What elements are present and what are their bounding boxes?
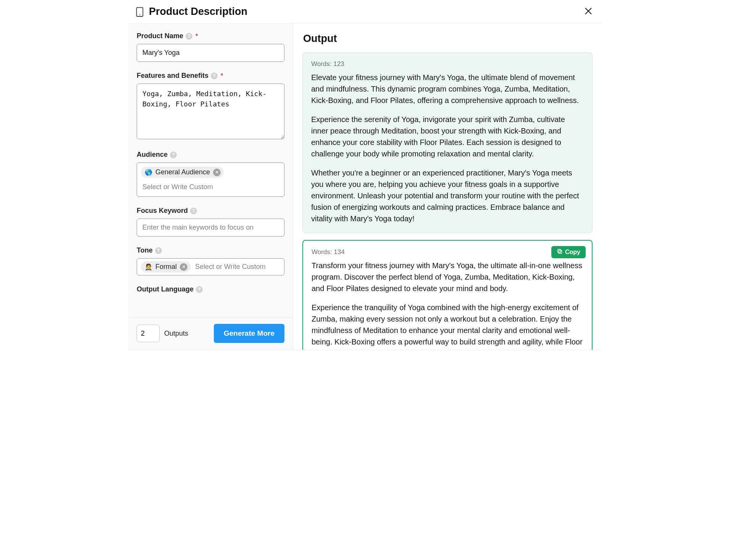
help-icon[interactable]: ?: [170, 151, 177, 158]
features-label: Features and Benefits ? *: [137, 72, 284, 80]
label-text: Focus Keyword: [137, 207, 188, 215]
tone-text-input[interactable]: [194, 261, 284, 272]
page-title: Product Description: [149, 6, 247, 18]
audience-chip: 🌎 General Audience ✕: [141, 167, 224, 178]
help-icon[interactable]: ?: [196, 286, 203, 293]
audience-input[interactable]: 🌎 General Audience ✕: [137, 163, 284, 197]
svg-rect-5: [558, 249, 561, 253]
output-paragraph: Experience the tranquility of Yoga combi…: [312, 302, 583, 350]
help-icon[interactable]: ?: [186, 33, 192, 40]
output-paragraph: Experience the serenity of Yoga, invigor…: [311, 114, 584, 159]
word-count: Words: 134: [312, 248, 583, 256]
features-textarea[interactable]: Yoga, Zumba, Meditation, Kick-Boxing, Fl…: [137, 84, 284, 139]
required-indicator: *: [221, 72, 223, 79]
audience-group: Audience ? 🌎 General Audience ✕: [137, 151, 284, 197]
output-title: Output: [303, 33, 593, 45]
output-language-label: Output Language ?: [137, 285, 284, 293]
person-icon: 🤵: [145, 263, 152, 270]
tone-group: Tone ? 🤵 Formal ✕: [137, 246, 284, 275]
help-icon[interactable]: ?: [155, 247, 162, 254]
focus-keyword-group: Focus Keyword ?: [137, 207, 284, 237]
close-icon: ✕: [215, 169, 219, 175]
topbar-left: Product Description: [136, 6, 247, 18]
outputs-count-group: Outputs: [137, 325, 188, 342]
word-count: Words: 123: [311, 60, 584, 68]
generate-more-button[interactable]: Generate More: [214, 324, 284, 343]
topbar: Product Description: [128, 0, 602, 24]
tone-label: Tone ?: [137, 246, 284, 254]
close-icon: [584, 11, 593, 16]
output-text: Elevate your fitness journey with Mary's…: [311, 72, 584, 224]
audience-label: Audience ?: [137, 151, 284, 159]
main-area: Product Name ? * Features and Benefits ?…: [128, 24, 602, 350]
globe-icon: 🌎: [145, 169, 152, 176]
document-icon: [136, 7, 144, 17]
output-card[interactable]: Copy Words: 134 Transform your fitness j…: [302, 240, 593, 350]
focus-keyword-input[interactable]: [137, 219, 284, 237]
help-icon[interactable]: ?: [190, 208, 197, 214]
audience-text-input[interactable]: [141, 181, 280, 194]
audience-chip-text: General Audience: [155, 168, 210, 176]
copy-icon: [557, 248, 563, 256]
focus-keyword-label: Focus Keyword ?: [137, 207, 284, 215]
output-card[interactable]: Words: 123 Elevate your fitness journey …: [302, 52, 593, 233]
product-name-group: Product Name ? *: [137, 32, 284, 62]
remove-chip-button[interactable]: ✕: [180, 263, 187, 271]
left-panel: Product Name ? * Features and Benefits ?…: [128, 24, 293, 350]
label-text: Audience: [137, 151, 168, 159]
left-scroll[interactable]: Product Name ? * Features and Benefits ?…: [128, 24, 293, 317]
copy-button-label: Copy: [565, 249, 580, 256]
label-text: Features and Benefits: [137, 72, 208, 80]
outputs-count-label: Outputs: [164, 330, 188, 338]
tone-chip: 🤵 Formal ✕: [141, 261, 191, 272]
tone-input[interactable]: 🤵 Formal ✕: [137, 258, 284, 275]
remove-chip-button[interactable]: ✕: [213, 169, 221, 176]
label-text: Output Language: [137, 285, 194, 293]
required-indicator: *: [195, 33, 198, 40]
outputs-count-input[interactable]: [137, 325, 160, 342]
label-text: Tone: [137, 246, 153, 254]
help-icon[interactable]: ?: [211, 72, 218, 79]
svg-rect-4: [559, 250, 562, 253]
output-paragraph: Whether you're a beginner or an experien…: [311, 167, 584, 224]
output-language-group: Output Language ?: [137, 285, 284, 293]
output-text: Transform your fitness journey with Mary…: [312, 260, 583, 350]
output-paragraph: Elevate your fitness journey with Mary's…: [311, 72, 584, 106]
close-icon: ✕: [182, 264, 186, 270]
output-paragraph: Transform your fitness journey with Mary…: [312, 260, 583, 294]
bottom-bar: Outputs Generate More: [128, 317, 293, 350]
copy-button[interactable]: Copy: [551, 246, 586, 258]
label-text: Product Name: [137, 32, 183, 40]
product-name-input[interactable]: [137, 44, 284, 62]
tone-chip-text: Formal: [155, 263, 177, 271]
right-panel[interactable]: Output Words: 123 Elevate your fitness j…: [293, 24, 602, 350]
close-button[interactable]: [583, 5, 594, 18]
svg-point-1: [139, 14, 140, 15]
features-group: Features and Benefits ? * Yoga, Zumba, M…: [137, 72, 284, 141]
product-name-label: Product Name ? *: [137, 32, 284, 40]
app-window: Product Description Product Name ? *: [128, 0, 602, 350]
